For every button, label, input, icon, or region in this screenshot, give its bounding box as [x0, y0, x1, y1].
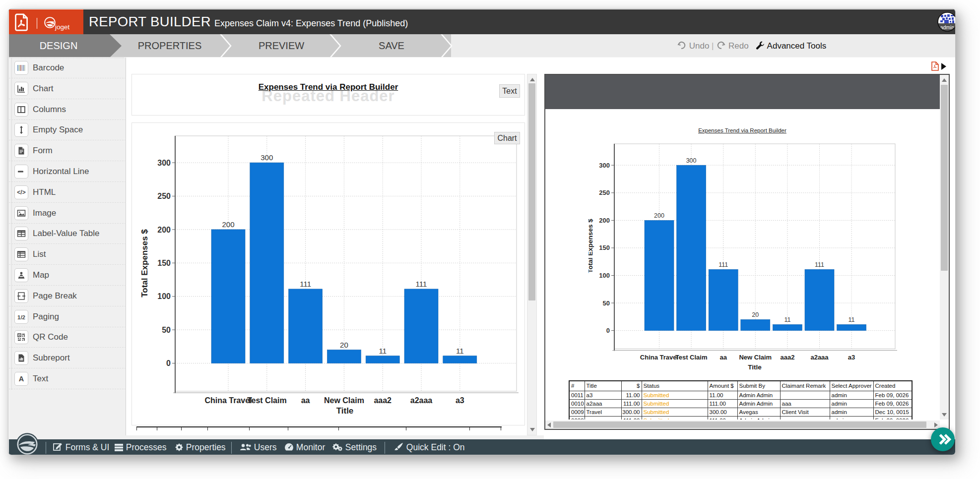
svg-text:100: 100 [157, 292, 171, 300]
svg-text:Test Claim: Test Claim [247, 396, 287, 405]
svg-text:11: 11 [379, 347, 387, 355]
svg-text:Test Claim: Test Claim [675, 354, 708, 361]
svg-text:aa: aa [719, 354, 727, 361]
svg-text:111: 111 [300, 280, 311, 288]
svg-text:11: 11 [849, 316, 855, 323]
svg-text:250: 250 [599, 189, 610, 196]
svg-text:111: 111 [815, 261, 824, 268]
svg-text:New Claim: New Claim [324, 396, 364, 405]
svg-text:300: 300 [686, 157, 697, 164]
svg-text:200: 200 [654, 212, 664, 219]
svg-text:Title: Title [336, 406, 354, 416]
svg-text:50: 50 [603, 299, 610, 307]
svg-text:aaa2: aaa2 [374, 396, 392, 405]
svg-text:250: 250 [157, 192, 171, 200]
svg-text:China Travel: China Travel [204, 396, 252, 405]
svg-text:20: 20 [340, 341, 348, 349]
svg-text:150: 150 [599, 244, 610, 251]
svg-text:aa: aa [301, 396, 310, 405]
svg-text:0: 0 [606, 327, 610, 334]
svg-text:200: 200 [599, 217, 610, 224]
svg-text:Total Expenses $: Total Expenses $ [140, 229, 149, 298]
svg-text:200: 200 [222, 220, 234, 229]
svg-text:</>: </> [17, 189, 25, 196]
svg-text:a3: a3 [848, 354, 855, 361]
svg-text:1/2: 1/2 [17, 314, 25, 320]
svg-text:300: 300 [157, 159, 171, 167]
svg-text:111: 111 [719, 261, 728, 268]
svg-text:11: 11 [456, 347, 464, 355]
svg-text:Total Expenses $: Total Expenses $ [588, 219, 594, 273]
svg-text:a2aaa: a2aaa [410, 396, 433, 405]
svg-text:111: 111 [416, 280, 427, 288]
svg-text:China Travel: China Travel [640, 354, 678, 361]
svg-text:300: 300 [599, 162, 610, 169]
svg-text:100: 100 [599, 272, 610, 279]
svg-text:50: 50 [162, 326, 171, 334]
svg-text:a2aaa: a2aaa [810, 354, 829, 361]
svg-text:150: 150 [157, 259, 171, 267]
svg-text:aaa2: aaa2 [780, 354, 794, 361]
svg-text:A: A [19, 375, 24, 383]
svg-text:20: 20 [752, 311, 759, 318]
svg-text:New Claim: New Claim [739, 354, 772, 361]
svg-text:300: 300 [261, 153, 273, 162]
svg-text:Title: Title [748, 363, 762, 371]
svg-text:200: 200 [157, 226, 171, 234]
svg-text:0: 0 [166, 359, 171, 367]
svg-text:a3: a3 [456, 396, 464, 405]
svg-text:11: 11 [784, 316, 790, 323]
